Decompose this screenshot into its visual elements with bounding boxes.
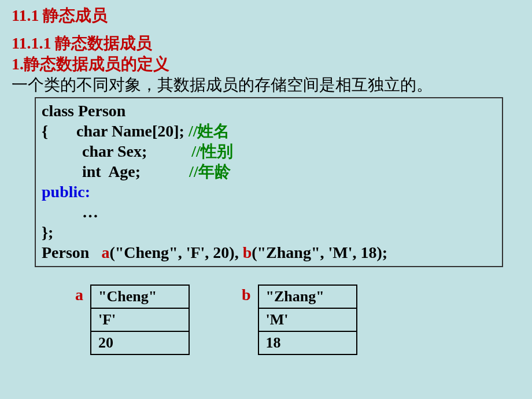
table-cell: 'F'	[91, 308, 189, 331]
subsection-heading: 11.1.1 静态数据成员	[12, 32, 152, 54]
code-line: };	[42, 222, 496, 242]
code-block: class Person { char Name[20]; //姓名 char …	[35, 97, 503, 267]
code-comment: //姓名	[189, 122, 230, 140]
code-line: Person a("Cheng", 'F', 20), b("Zhang", '…	[42, 242, 496, 263]
table-label-a: a	[75, 286, 83, 304]
code-var-a: a	[101, 243, 109, 261]
code-text: ("Zhang", 'M', 18);	[252, 243, 387, 261]
memory-tables: a "Cheng" 'F' 20 b "Zhang" 'M' 18	[75, 285, 357, 355]
code-line: int Age; //年龄	[42, 161, 496, 182]
code-comment: //性别	[191, 142, 233, 160]
code-text: Person	[42, 243, 101, 261]
section-heading: 11.1 静态成员	[12, 5, 108, 27]
memory-table-b: "Zhang" 'M' 18	[258, 285, 357, 355]
table-cell: "Zhang"	[258, 285, 357, 308]
subsubsection-heading: 1.静态数据成员的定义	[12, 53, 169, 75]
code-text: char Sex;	[42, 142, 191, 160]
code-var-b: b	[243, 243, 252, 261]
code-comment: //年龄	[189, 162, 231, 180]
code-line: class Person	[42, 101, 496, 121]
code-keyword: public:	[42, 182, 496, 202]
code-text: ("Cheng", 'F', 20),	[109, 243, 242, 261]
table-block-a: a "Cheng" 'F' 20	[75, 285, 190, 355]
code-line: …	[42, 202, 496, 222]
table-block-b: b "Zhang" 'M' 18	[242, 285, 357, 355]
memory-table-a: "Cheng" 'F' 20	[90, 285, 190, 355]
code-text: int Age;	[42, 162, 189, 180]
table-label-b: b	[242, 286, 251, 304]
table-cell: 20	[91, 331, 189, 354]
code-line: { char Name[20]; //姓名	[42, 121, 496, 141]
table-cell: 18	[258, 331, 357, 354]
code-text: { char Name[20];	[42, 122, 189, 140]
code-line: char Sex; //性别	[42, 141, 496, 161]
body-text: 一个类的不同对象，其数据成员的存储空间是相互独立的。	[12, 74, 433, 96]
table-cell: 'M'	[258, 308, 357, 331]
table-cell: "Cheng"	[91, 285, 189, 308]
